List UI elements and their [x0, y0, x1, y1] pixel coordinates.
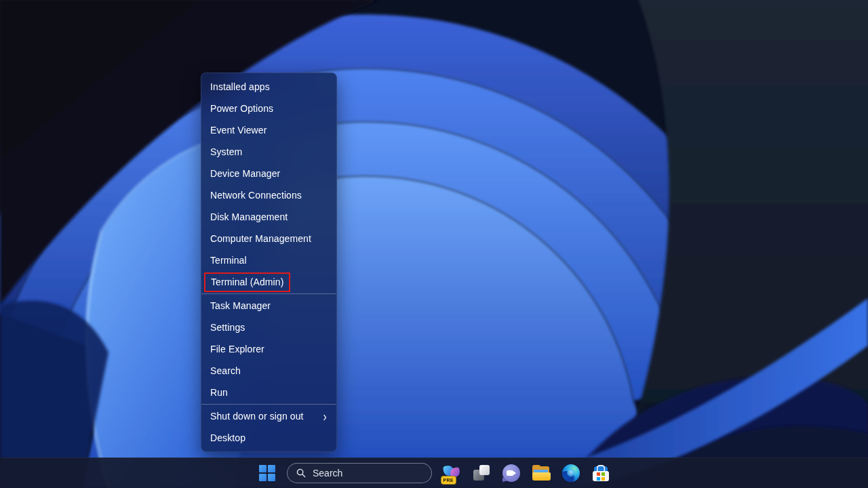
taskbar-center-cluster: Search PRE	[257, 463, 611, 483]
menu-item-desktop[interactable]: Desktop	[201, 427, 336, 449]
menu-item-computer-management[interactable]: Computer Management	[201, 228, 336, 249]
winx-menu: Installed appsPower OptionsEvent ViewerS…	[201, 73, 337, 452]
menu-item-label: Desktop	[210, 433, 245, 443]
menu-item-event-viewer[interactable]: Event Viewer	[201, 119, 336, 141]
menu-item-system[interactable]: System	[201, 141, 336, 163]
menu-item-label: Device Manager	[210, 169, 280, 178]
menu-item-shut-down-or-sign-out[interactable]: Shut down or sign out›	[201, 405, 336, 427]
windows-logo-icon	[259, 465, 275, 481]
menu-item-label: Settings	[210, 323, 245, 332]
menu-item-run[interactable]: Run	[201, 382, 336, 403]
menu-item-label: Terminal	[210, 256, 247, 265]
wallpaper-bloom	[0, 0, 868, 488]
task-view-icon	[473, 465, 490, 481]
desktop: Installed appsPower OptionsEvent ViewerS…	[0, 0, 868, 488]
menu-item-power-options[interactable]: Power Options	[201, 98, 336, 119]
chat-button[interactable]	[501, 463, 521, 483]
search-icon	[296, 468, 306, 478]
menu-item-label: System	[210, 147, 242, 157]
file-explorer-icon	[532, 466, 551, 481]
menu-item-label: Computer Management	[210, 234, 311, 243]
search-box-label: Search	[313, 468, 342, 479]
menu-item-label: Power Options	[210, 104, 273, 113]
menu-item-label: Network Connections	[210, 190, 302, 200]
menu-item-installed-apps[interactable]: Installed apps	[201, 76, 336, 98]
copilot-icon: PRE	[443, 465, 460, 481]
menu-item-settings[interactable]: Settings	[201, 317, 336, 338]
preview-badge: PRE	[441, 476, 456, 485]
menu-item-label: Disk Management	[210, 212, 288, 222]
file-explorer-button[interactable]	[531, 463, 551, 483]
menu-item-task-manager[interactable]: Task Manager	[201, 295, 336, 317]
menu-item-terminal-admin[interactable]: Terminal (Admin)	[201, 271, 336, 293]
menu-item-file-explorer[interactable]: File Explorer	[201, 338, 336, 360]
search-box[interactable]: Search	[287, 463, 432, 483]
menu-item-label: Search	[210, 366, 241, 375]
menu-separator	[201, 293, 336, 294]
copilot-button[interactable]: PRE	[441, 463, 462, 483]
menu-item-network-connections[interactable]: Network Connections	[201, 184, 336, 206]
menu-item-label-highlighted: Terminal (Admin)	[204, 272, 290, 292]
menu-separator	[201, 404, 336, 405]
edge-icon	[562, 464, 580, 482]
store-button[interactable]	[591, 463, 611, 483]
menu-item-label: File Explorer	[210, 344, 264, 354]
menu-item-disk-management[interactable]: Disk Management	[201, 206, 336, 228]
menu-item-terminal[interactable]: Terminal	[201, 249, 336, 271]
video-camera-glyph	[507, 470, 513, 476]
menu-item-label: Task Manager	[210, 301, 271, 310]
chevron-right-icon: ›	[323, 409, 327, 423]
chat-icon	[502, 464, 520, 482]
start-button[interactable]	[257, 463, 277, 483]
task-view-button[interactable]	[471, 463, 492, 483]
menu-item-label: Shut down or sign out	[210, 411, 304, 421]
menu-item-search[interactable]: Search	[201, 360, 336, 382]
menu-item-label: Installed apps	[210, 82, 270, 92]
menu-item-label: Event Viewer	[210, 125, 267, 135]
edge-button[interactable]	[561, 463, 581, 483]
menu-item-label: Run	[210, 388, 228, 397]
taskbar: Search PRE	[0, 458, 868, 488]
menu-item-device-manager[interactable]: Device Manager	[201, 163, 336, 184]
store-icon	[593, 466, 609, 481]
